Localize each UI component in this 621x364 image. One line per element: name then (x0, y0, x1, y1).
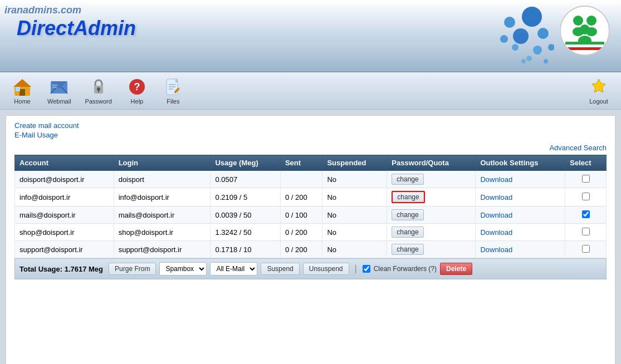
cell-select (565, 206, 607, 224)
cell-password-quota: change (387, 224, 476, 241)
svg-point-11 (573, 16, 583, 26)
cell-outlook: Download (476, 241, 565, 258)
nav-webmail[interactable]: Webmail (42, 75, 77, 107)
download-outlook-link[interactable]: Download (480, 211, 512, 219)
main-content: Create mail account E-Mail Usage Advance… (6, 115, 615, 364)
help-label: Help (131, 98, 144, 105)
cell-account: mails@doisport.ir (15, 206, 114, 224)
row-select-checkbox[interactable] (582, 210, 590, 218)
download-outlook-link[interactable]: Download (480, 228, 512, 237)
cell-sent: 0 / 100 (280, 206, 322, 224)
create-mail-link[interactable]: Create mail account (14, 121, 607, 130)
logout-label: Logout (589, 98, 608, 105)
download-outlook-link[interactable]: Download (480, 245, 512, 254)
nav-help[interactable]: ? Help (120, 75, 154, 107)
cell-suspended: No (322, 171, 387, 188)
cell-sent: 0 / 200 (280, 224, 322, 241)
svg-marker-21 (13, 79, 31, 87)
svg-point-14 (573, 27, 584, 36)
change-password-button[interactable]: change (392, 209, 423, 220)
cell-usage: 0.0507 (211, 171, 280, 188)
svg-rect-23 (16, 87, 20, 91)
password-label: Password (85, 98, 112, 105)
svg-point-6 (548, 44, 554, 51)
header: iranadmins.com DirectAdmin (0, 0, 621, 72)
cell-outlook: Download (476, 171, 565, 188)
col-select: Select (565, 155, 607, 171)
cell-outlook: Download (476, 188, 565, 206)
cell-account: support@doisport.ir (15, 241, 114, 258)
svg-point-7 (526, 56, 532, 61)
site-logo-circle (560, 6, 610, 56)
cell-outlook: Download (476, 224, 565, 241)
svg-point-5 (512, 44, 519, 51)
cell-select (565, 224, 607, 241)
table-row: support@doisport.ir support@doisport.ir … (15, 241, 607, 258)
table-row: doisport@doisport.ir doisport 0.0507 No … (15, 171, 607, 188)
navbar: Home Webmail Password (0, 72, 621, 110)
svg-point-3 (504, 17, 515, 28)
advanced-search-link[interactable]: Advanced Search (14, 144, 607, 152)
cell-login: shop@doisport.ir (114, 224, 211, 241)
nav-password[interactable]: Password (80, 75, 118, 107)
nav-files[interactable]: Files (157, 75, 190, 107)
cell-password-quota: change (387, 188, 476, 206)
download-outlook-link[interactable]: Download (480, 193, 512, 201)
nav-home[interactable]: Home (6, 75, 39, 107)
cell-account: info@doisport.ir (15, 188, 114, 206)
svg-point-12 (586, 16, 596, 26)
cell-usage: 0.1718 / 10 (211, 241, 280, 258)
change-password-button[interactable]: change (392, 174, 423, 185)
clean-forwarders-label[interactable]: Clean Forwarders (?) (374, 265, 437, 273)
row-select-checkbox[interactable] (582, 228, 590, 235)
home-icon (12, 77, 32, 97)
delete-button[interactable]: Delete (440, 263, 472, 275)
divider: | (355, 264, 357, 274)
home-label: Home (14, 98, 30, 105)
spambox-select[interactable]: Spambox Trash (159, 262, 207, 276)
cell-suspended: No (322, 206, 387, 224)
nav-logout[interactable]: Logout (582, 75, 615, 107)
clean-forwarders-checkbox[interactable] (363, 265, 370, 273)
row-select-checkbox[interactable] (582, 245, 590, 253)
cell-password-quota: change (387, 171, 476, 188)
cell-password-quota: change (387, 241, 476, 258)
table-row: shop@doisport.ir shop@doisport.ir 1.3242… (15, 224, 607, 241)
cell-login: info@doisport.ir (114, 188, 211, 206)
purge-from-button[interactable]: Purge From (109, 263, 156, 275)
row-select-checkbox[interactable] (582, 175, 590, 183)
directadmin-logo: DirectAdmin (17, 17, 136, 40)
help-icon: ? (127, 77, 147, 97)
password-icon (89, 77, 109, 97)
col-account: Account (15, 155, 114, 171)
cell-login: support@doisport.ir (114, 241, 211, 258)
download-outlook-link[interactable]: Download (480, 175, 512, 184)
watermark: iranadmins.com (4, 4, 81, 16)
suspend-button[interactable]: Suspend (261, 263, 299, 275)
email-accounts-table: Account Login Usage (Meg) Sent Suspended… (14, 155, 607, 258)
col-suspended: Suspended (322, 155, 387, 171)
cell-sent: 0 / 200 (280, 241, 322, 258)
change-password-button[interactable]: change (392, 227, 423, 238)
col-login: Login (114, 155, 211, 171)
svg-rect-17 (565, 42, 604, 45)
change-password-button[interactable]: change (392, 244, 423, 255)
col-usage: Usage (Meg) (211, 155, 280, 171)
unsuspend-button[interactable]: Unsuspend (303, 263, 349, 275)
email-usage-link[interactable]: E-Mail Usage (14, 131, 607, 139)
change-password-button[interactable]: change (392, 191, 424, 203)
table-header-row: Account Login Usage (Meg) Sent Suspended… (15, 155, 607, 171)
table-row: info@doisport.ir info@doisport.ir 0.2109… (15, 188, 607, 206)
cell-usage: 1.3242 / 50 (211, 224, 280, 241)
cell-sent: 0 / 200 (280, 188, 322, 206)
all-email-select[interactable]: All E-Mail Selected (210, 262, 257, 276)
svg-point-9 (521, 59, 526, 63)
cell-usage: 0.0039 / 50 (211, 206, 280, 224)
svg-rect-22 (19, 89, 25, 96)
table-row: mails@doisport.ir mails@doisport.ir 0.00… (15, 206, 607, 224)
cell-select (565, 241, 607, 258)
webmail-label: Webmail (47, 98, 71, 105)
row-select-checkbox[interactable] (582, 193, 590, 200)
svg-text:?: ? (134, 81, 140, 92)
logout-icon (589, 77, 609, 97)
